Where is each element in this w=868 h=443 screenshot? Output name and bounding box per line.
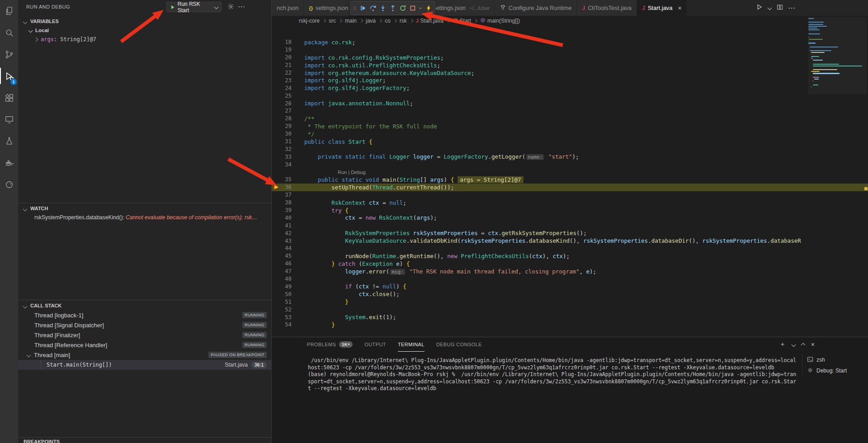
tab-nch-json[interactable]: nch.json <box>272 0 304 16</box>
line-number[interactable]: 27 <box>272 108 292 114</box>
line-number[interactable]: 39 <box>272 207 292 213</box>
code-line[interactable]: 33 private static final Logger logger = … <box>272 153 868 160</box>
breadcrumb-item[interactable]: java <box>366 18 376 24</box>
hot-code-replace-icon[interactable] <box>424 3 433 14</box>
line-number[interactable]: 51 <box>272 299 292 305</box>
watch-section-header[interactable]: WATCH <box>18 204 271 213</box>
activity-search-icon[interactable] <box>0 22 18 43</box>
line-number[interactable]: 20 <box>272 54 292 61</box>
breadcrumb-item[interactable]: main <box>345 18 357 24</box>
breakpoints-section-header[interactable]: BREAKPOINTS <box>24 439 60 443</box>
close-icon[interactable]: × <box>678 5 682 12</box>
line-number[interactable]: 40 <box>272 215 292 221</box>
code-line[interactable]: 40 ctx = new RskContext(args); <box>272 214 868 222</box>
stack-frame-row[interactable]: Start.main(String[])Start.java36:1 <box>18 360 271 370</box>
code-line[interactable]: 49 if (ctx != null) { <box>272 283 868 291</box>
code-line[interactable]: 35 public static void main(String[] args… <box>272 176 868 184</box>
code-line[interactable]: 52 <box>272 306 868 313</box>
line-number[interactable]: 31 <box>272 138 292 145</box>
line-number[interactable]: 54 <box>272 321 292 328</box>
terminal-output[interactable]: /usr/bin/env /Library/Internet\ Plug-Ins… <box>308 357 800 392</box>
run-config-dropdown[interactable]: Run RSK Start <box>166 2 222 12</box>
line-number[interactable]: 52 <box>272 306 292 313</box>
stop-icon[interactable] <box>408 3 417 14</box>
line-number[interactable]: 38 <box>272 199 292 206</box>
variables-section-header[interactable]: VARIABLES <box>18 17 271 26</box>
line-number[interactable]: 53 <box>272 314 292 320</box>
activity-source-control-icon[interactable] <box>0 43 18 65</box>
code-editor[interactable]: 18package co.rsk;1920import co.rsk.confi… <box>272 38 868 329</box>
code-line[interactable]: 21import co.rsk.util.PreflightChecksUtil… <box>272 61 868 69</box>
drag-handle-icon[interactable] <box>352 3 358 14</box>
tab-configure-java-runtime[interactable]: Configure Java Runtime <box>495 0 577 16</box>
line-number[interactable]: 41 <box>272 222 292 229</box>
codelens-run-debug[interactable]: Run | Debug <box>338 170 366 175</box>
line-number[interactable]: 46 <box>272 260 292 267</box>
tab-start-java[interactable]: JStart.java× <box>637 0 687 16</box>
close-panel-icon[interactable]: × <box>811 341 815 348</box>
step-into-icon[interactable] <box>378 3 387 14</box>
panel-tab-debug-console[interactable]: DEBUG CONSOLE <box>436 338 482 352</box>
tab-clitoolstest-java[interactable]: JCliToolsTest.java <box>577 0 637 16</box>
continue-icon[interactable] <box>358 3 368 14</box>
variable-row-args[interactable]: args: String[2]@7 <box>18 35 271 43</box>
line-number[interactable]: 19 <box>272 47 292 53</box>
line-number[interactable]: 18 <box>272 39 292 45</box>
thread-row[interactable]: Thread [Signal Dispatcher]RUNNING <box>18 320 271 330</box>
activity-explorer-icon[interactable] <box>0 0 18 22</box>
panel-tab-output[interactable]: OUTPUT <box>364 338 386 352</box>
thread-row[interactable]: Thread [Reference Handler]RUNNING <box>18 340 271 350</box>
code-line[interactable]: 27 <box>272 107 868 115</box>
code-line[interactable]: 18package co.rsk; <box>272 38 868 46</box>
code-line[interactable]: 41 <box>272 222 868 229</box>
terminal-instance-debug-start[interactable]: Debug: Start <box>802 365 868 376</box>
code-line[interactable]: 26import javax.annotation.Nonnull; <box>272 99 868 107</box>
run-dropdown-icon[interactable] <box>768 6 772 10</box>
breadcrumb-item[interactable]: main(String[]) <box>480 18 520 24</box>
line-number[interactable]: 23 <box>272 77 292 84</box>
breadcrumb-item[interactable]: co <box>385 18 391 24</box>
line-number[interactable]: 44 <box>272 245 292 251</box>
code-line[interactable]: 22import org.ethereum.datasource.KeyValu… <box>272 69 868 77</box>
line-number[interactable]: 26 <box>272 100 292 107</box>
code-line[interactable]: 23import org.slf4j.Logger; <box>272 76 868 84</box>
line-number[interactable]: 30 <box>272 131 292 137</box>
line-number[interactable]: 24 <box>272 85 292 91</box>
code-line[interactable]: 34 <box>272 160 868 168</box>
code-line[interactable]: 31public class Start { <box>272 138 868 146</box>
line-number[interactable]: 21 <box>272 62 292 68</box>
code-line[interactable]: 19 <box>272 46 868 54</box>
code-line[interactable]: 28/** <box>272 115 868 123</box>
watch-expression-row[interactable]: rskSystemProperties.databaseKind(): Cann… <box>18 213 271 222</box>
line-number[interactable]: 45 <box>272 253 292 259</box>
code-line[interactable]: 46 } catch (Exception e) { <box>272 260 868 268</box>
call-stack-section-header[interactable]: CALL STACK <box>18 301 271 310</box>
terminal-dropdown-icon[interactable] <box>791 342 796 347</box>
line-number[interactable]: 35 <box>272 176 292 183</box>
line-number[interactable]: 25 <box>272 93 292 99</box>
line-number[interactable]: 48 <box>272 276 292 282</box>
activity-remote-explorer-icon[interactable] <box>0 108 18 130</box>
code-line[interactable]: 44 <box>272 245 868 252</box>
line-number[interactable]: 34 <box>272 161 292 168</box>
new-terminal-icon[interactable]: ＋ <box>779 340 786 349</box>
panel-tab-problems[interactable]: PROBLEMS1K+ <box>307 338 353 352</box>
step-over-icon[interactable] <box>368 3 377 14</box>
breadcrumb-item[interactable]: Start <box>453 18 471 24</box>
code-line[interactable]: 38 RskContext ctx = null; <box>272 199 868 207</box>
code-line[interactable]: 45 runNode(Runtime.getRuntime(), new Pre… <box>272 252 868 260</box>
activity-run-and-debug-icon[interactable]: 1 <box>0 65 18 87</box>
variables-scope-local[interactable]: Local <box>18 26 271 34</box>
activity-gradle-icon[interactable] <box>0 174 18 195</box>
activity-docker-icon[interactable] <box>0 152 18 174</box>
tab-settings-json[interactable]: {}settings.json <box>304 0 354 16</box>
line-number[interactable]: 32 <box>272 146 292 152</box>
line-number[interactable]: 33 <box>272 154 292 160</box>
breadcrumb-item[interactable]: rsk <box>400 18 407 24</box>
code-line[interactable]: 24import org.slf4j.LoggerFactory; <box>272 84 868 92</box>
code-line[interactable]: 32 <box>272 145 868 153</box>
line-number[interactable]: 29 <box>272 123 292 129</box>
split-editor-icon[interactable] <box>777 4 783 12</box>
line-number[interactable]: 49 <box>272 283 292 290</box>
activity-extensions-icon[interactable] <box>0 87 18 108</box>
